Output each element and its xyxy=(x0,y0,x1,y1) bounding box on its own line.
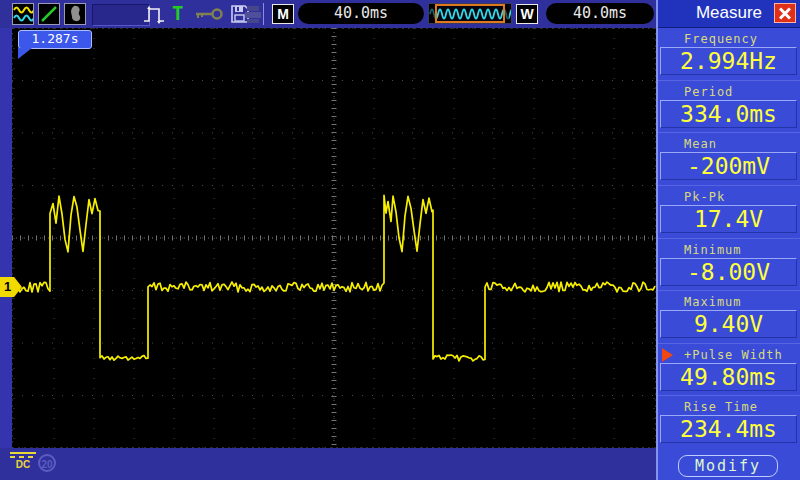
main-timebase-readout: 40.0ms xyxy=(298,3,424,24)
measure-item-pulse-width[interactable]: +Pulse Width 49.80ms xyxy=(658,343,800,396)
toolbar-separator xyxy=(263,3,264,25)
waveform-display: 1.287s xyxy=(12,28,656,448)
measure-value: -200mV xyxy=(660,152,797,180)
measure-item-rise-time[interactable]: Rise Time 234.4ms xyxy=(658,395,800,448)
trigger-t-icon[interactable]: T xyxy=(172,2,183,24)
measure-value: -8.00V xyxy=(660,258,797,286)
modify-button[interactable]: Modify xyxy=(678,455,778,477)
measure-label: +Pulse Width xyxy=(684,348,800,362)
measure-value: 49.80ms xyxy=(660,363,797,391)
measure-label: Frequency xyxy=(684,32,800,46)
window-timebase-label: W xyxy=(516,4,538,24)
measure-item-maximum[interactable]: Maximum 9.40V xyxy=(658,290,800,343)
measure-label: Minimum xyxy=(684,243,800,257)
measure-item-mean[interactable]: Mean -200mV xyxy=(658,132,800,185)
preview-selection-box[interactable] xyxy=(435,4,505,23)
measure-list: Frequency 2.994Hz Period 334.0ms Mean -2… xyxy=(658,28,800,448)
bottom-status-bar: DC 20 5.00V CH1 0.00V 3.00000Hz xyxy=(0,448,656,480)
zoom-window-preview[interactable] xyxy=(428,3,512,24)
measure-value: 234.4ms xyxy=(660,415,797,443)
measure-item-minimum[interactable]: Minimum -8.00V xyxy=(658,238,800,291)
measure-label: Mean xyxy=(684,137,800,151)
printer-icon xyxy=(242,3,264,25)
measure-panel-title: Measure xyxy=(658,0,800,28)
close-icon[interactable] xyxy=(774,3,796,23)
measure-title-text: Measure xyxy=(696,3,762,22)
measure-label: Pk-Pk xyxy=(684,190,800,204)
window-timebase-readout: 40.0ms xyxy=(546,3,654,24)
measure-panel: Measure Frequency 2.994Hz Period 334.0ms… xyxy=(656,0,800,480)
dc-coupling-icon[interactable]: DC xyxy=(10,452,36,470)
measure-item-frequency[interactable]: Frequency 2.994Hz xyxy=(658,28,800,80)
measure-label: Period xyxy=(684,85,800,99)
selected-measure-marker-icon xyxy=(662,348,673,362)
diagonal-line-icon[interactable] xyxy=(38,3,60,25)
main-timebase-label: M xyxy=(272,4,294,24)
trigger-offset-readout[interactable]: 1.287s xyxy=(18,30,92,49)
pulse-trigger-icon[interactable] xyxy=(142,3,168,25)
bandwidth-limit-icon: 20 xyxy=(38,454,56,472)
measure-value: 2.994Hz xyxy=(660,47,797,75)
dc-coupling-label: DC xyxy=(16,459,30,470)
measure-label: Maximum xyxy=(684,295,800,309)
measure-value: 9.40V xyxy=(660,310,797,338)
measure-value: 334.0ms xyxy=(660,100,797,128)
measure-label: Rise Time xyxy=(684,400,800,414)
measure-item-period[interactable]: Period 334.0ms xyxy=(658,80,800,133)
channel1-trace xyxy=(12,28,656,448)
measure-item-pkpk[interactable]: Pk-Pk 17.4V xyxy=(658,185,800,238)
measure-value: 17.4V xyxy=(660,205,797,233)
top-toolbar: T M 40.0ms W 40.0ms xyxy=(0,0,656,28)
channel-waves-icon[interactable] xyxy=(12,3,34,25)
noise-blob-icon[interactable] xyxy=(64,3,86,25)
keylock-icon[interactable] xyxy=(194,7,224,21)
oscilloscope-screen: { "topbar": { "m_label": "M", "m_timebas… xyxy=(0,0,800,480)
